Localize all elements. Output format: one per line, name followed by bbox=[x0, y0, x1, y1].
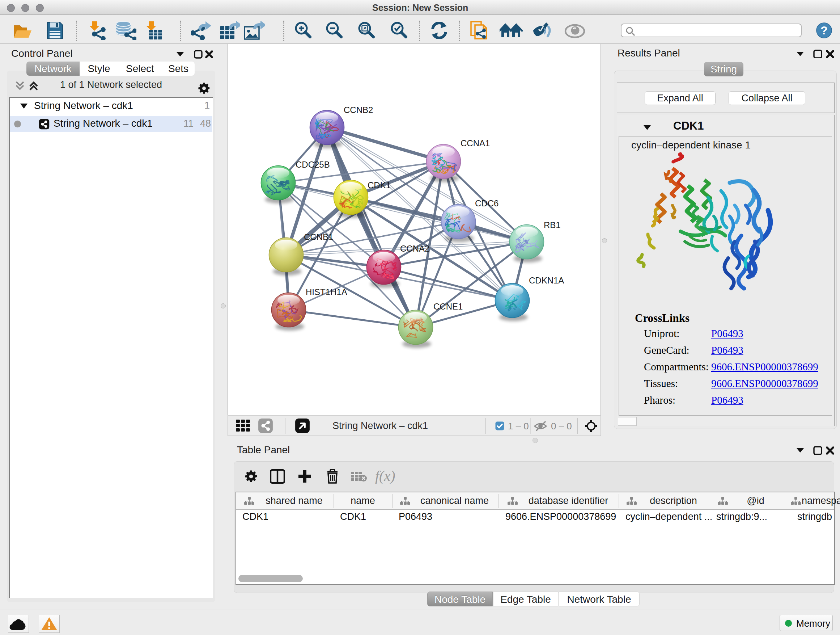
svg-text:CDK1: CDK1 bbox=[368, 180, 391, 190]
svg-text:CCNA2: CCNA2 bbox=[400, 244, 429, 253]
svg-text:CDC25B: CDC25B bbox=[295, 160, 330, 169]
svg-text:CCNB1: CCNB1 bbox=[304, 232, 333, 242]
svg-text:HIST1H1A: HIST1H1A bbox=[306, 287, 347, 297]
svg-text:CDKN1A: CDKN1A bbox=[529, 276, 564, 285]
svg-text:CDC6: CDC6 bbox=[475, 198, 499, 208]
svg-text:RB1: RB1 bbox=[544, 220, 561, 230]
svg-text:CCNA1: CCNA1 bbox=[461, 138, 490, 148]
svg-text:CCNB2: CCNB2 bbox=[344, 105, 373, 115]
svg-text:?: ? bbox=[821, 24, 828, 37]
svg-text:CCNE1: CCNE1 bbox=[433, 302, 463, 311]
